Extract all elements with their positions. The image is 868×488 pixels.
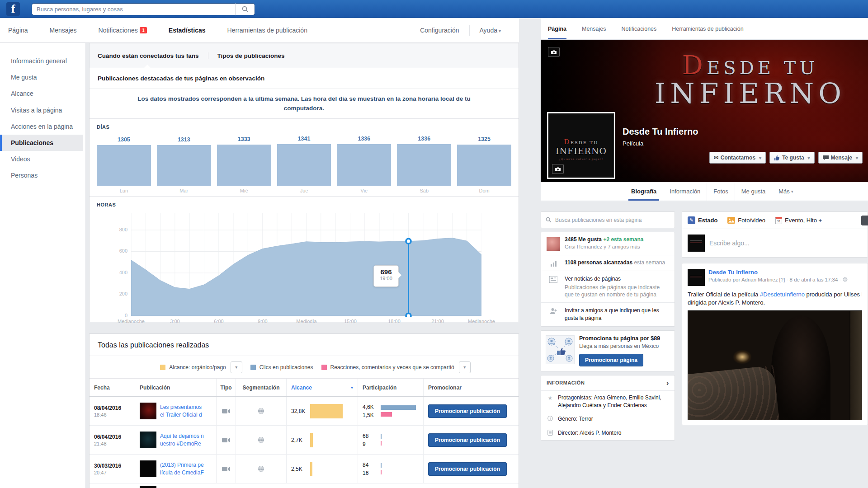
day-tick: Dom [457, 188, 511, 193]
promote-post-button[interactable]: Promocionar publicación [428, 462, 507, 476]
tab-cuando-conectados[interactable]: Cuándo están conectados tus fans [98, 52, 208, 59]
composer-tab-evento[interactable]: 31 Evento, Hito + [775, 217, 822, 224]
chevron-right-icon[interactable]: › [666, 379, 669, 387]
like-button[interactable]: Te gusta ▾ [769, 152, 814, 164]
tab-informacion[interactable]: Información [663, 182, 707, 201]
sidebar-item-me-gusta[interactable]: Me gusta [0, 69, 83, 85]
posts-table-header: Fecha Publicación Tipo Segmentación Alca… [90, 379, 519, 397]
hours-area-chart[interactable] [131, 208, 481, 317]
post-thumbnail[interactable] [140, 432, 156, 448]
post-title-link[interactable]: Aquí te dejamos nuestro #DemoRe [160, 432, 204, 447]
page-search-box [541, 211, 675, 228]
column-tipo[interactable]: Tipo [216, 379, 236, 396]
page-tabs: Biografía Información Fotos Me gusta Más… [541, 182, 868, 201]
hashtag-link[interactable]: #DesdetuInfierno [760, 291, 805, 298]
sidebar-item-videos[interactable]: Videos [0, 151, 83, 167]
reach-bar [310, 404, 343, 418]
y-tick: 200 [108, 291, 127, 296]
column-participacion[interactable]: Participación [358, 379, 423, 396]
change-cover-button[interactable] [548, 47, 560, 57]
column-fecha[interactable]: Fecha [90, 379, 135, 396]
post-video-player[interactable] [688, 310, 862, 420]
tab-me-gusta[interactable]: Me gusta [735, 182, 772, 201]
nav-mensajes[interactable]: Mensajes [50, 27, 77, 34]
tab-mas[interactable]: Más▾ [772, 182, 800, 201]
day-tick: Lun [97, 188, 151, 193]
globe-icon [258, 408, 264, 414]
days-label: DÍAS [97, 124, 511, 130]
post-author-link[interactable]: Desde Tu Infierno [708, 269, 848, 276]
page-search-input[interactable] [555, 217, 670, 223]
facebook-logo[interactable]: f [6, 2, 20, 16]
column-segmentacion[interactable]: Segmentación [236, 379, 286, 396]
info-protagonistas: ★ Protagonistas: Aroa Gimeno, Emilio Sav… [541, 391, 675, 413]
promote-page-button[interactable]: Promocionar página [579, 354, 643, 366]
day-bar-dom[interactable]: 1325 [457, 131, 511, 186]
composer-tab-fotovideo[interactable]: Foto/video [727, 217, 765, 224]
day-bar-lun[interactable]: 1305 [97, 131, 151, 186]
reach-legend-dropdown[interactable]: ▾ [231, 361, 242, 373]
tab-fotos[interactable]: Fotos [707, 182, 735, 201]
promote-post-button[interactable]: Promocionar publicación [428, 404, 507, 418]
message-button[interactable]: Mensaje ▾ [818, 152, 863, 164]
nav-pagina[interactable]: Página [8, 27, 28, 34]
sidebar-item-visitas[interactable]: Visitas a la página [0, 102, 83, 118]
reach-summary[interactable]: 1108 personas alcanzadas esta semana [541, 255, 675, 271]
video-icon [222, 466, 230, 472]
clicks-legend-swatch [250, 365, 256, 370]
tooltip-value: 696 [374, 268, 398, 276]
nav-herramientas[interactable]: Herramientas de publicación [227, 27, 307, 34]
contact-button[interactable]: ✉ Contactarnos ▾ [709, 152, 766, 164]
post-title-link[interactable]: Les presentamosel Trailer Oficial d [160, 404, 202, 418]
global-search-input[interactable] [32, 3, 235, 15]
composer-placeholder[interactable]: Escribe algo... [709, 239, 750, 247]
sidebar-item-informacion-general[interactable]: Información general [0, 53, 83, 69]
post-thumbnail[interactable] [140, 460, 156, 477]
reactions-legend-dropdown[interactable]: ▾ [459, 361, 471, 373]
preview-nav-herramientas[interactable]: Herramientas de publicación [672, 18, 743, 39]
column-publicacion[interactable]: Publicación [135, 379, 216, 396]
post-thumbnail[interactable] [140, 403, 156, 419]
preview-nav-mensajes[interactable]: Mensajes [582, 18, 606, 39]
promote-post-button[interactable]: Promocionar publicación [428, 433, 507, 447]
column-alcance-sorted[interactable]: Alcance▾ [286, 379, 358, 396]
nav-notificaciones[interactable]: Notificaciones1 [99, 27, 147, 34]
likes-summary[interactable]: 3485 Me gusta +2 esta semana Grisi Herna… [541, 232, 675, 255]
page-preview-panel: Página Mensajes Notificaciones Herramien… [541, 18, 868, 488]
calendar-icon: 31 [775, 217, 782, 224]
nav-estadisticas[interactable]: Estadísticas [169, 27, 206, 34]
tab-publicaciones-destacadas[interactable]: Publicaciones destacadas de tus páginas … [98, 75, 264, 82]
day-bar-vie[interactable]: 1336 [337, 131, 391, 186]
invite-friends-link[interactable]: Invitar a amigos a que indiquen que les … [541, 303, 675, 326]
tab-biografia[interactable]: Biografía [625, 182, 663, 201]
column-promocionar[interactable]: Promocionar [423, 379, 519, 396]
sidebar-item-alcance[interactable]: Alcance [0, 85, 83, 102]
day-bar-sab[interactable]: 1336 [397, 131, 451, 186]
sidebar-item-acciones[interactable]: Acciones en la página [0, 118, 83, 135]
profile-picture[interactable]: DESDE TU INFIERNO ¿Quieres volver a juga… [547, 112, 615, 179]
search-button[interactable] [235, 3, 255, 15]
preview-nav-notificaciones[interactable]: Notificaciones [622, 18, 657, 39]
pages-feed-link[interactable]: Ver noticias de páginas Publicaciones de… [541, 271, 675, 303]
reach-legend-label: Alcance: orgánico/pago [169, 364, 226, 371]
page-title[interactable]: Desde Tu Infierno [623, 127, 698, 137]
avatar[interactable] [688, 269, 705, 286]
sort-descending-icon: ▾ [351, 385, 353, 390]
day-bar-mie[interactable]: 1333 [217, 131, 271, 186]
information-header: INFORMACIÓN [547, 380, 585, 385]
preview-nav-pagina[interactable]: Página [548, 18, 566, 39]
cover-photo[interactable]: DESDE TU INFIERNO DESDE TU INFIERNO ¿Qui… [541, 40, 868, 182]
composer-more-button-cutoff[interactable] [861, 216, 868, 225]
post-title-link[interactable]: (2013) Primera película de CmediaF [160, 461, 204, 476]
avatar [547, 237, 560, 251]
sidebar-item-publicaciones[interactable]: Publicaciones [0, 135, 83, 151]
change-profile-picture-button[interactable] [552, 164, 564, 174]
sidebar-item-personas[interactable]: Personas [0, 167, 83, 183]
nav-configuracion[interactable]: Configuración [410, 24, 469, 37]
tab-tipos-publicaciones[interactable]: Tipos de publicaciones [208, 52, 294, 59]
composer-tab-estado[interactable]: ✎ Estado [688, 216, 717, 224]
clicks-bar [381, 405, 416, 410]
day-bar-jue[interactable]: 1341 [277, 131, 331, 186]
day-bar-mar[interactable]: 1313 [157, 131, 211, 186]
nav-ayuda[interactable]: Ayuda▾ [470, 24, 511, 37]
